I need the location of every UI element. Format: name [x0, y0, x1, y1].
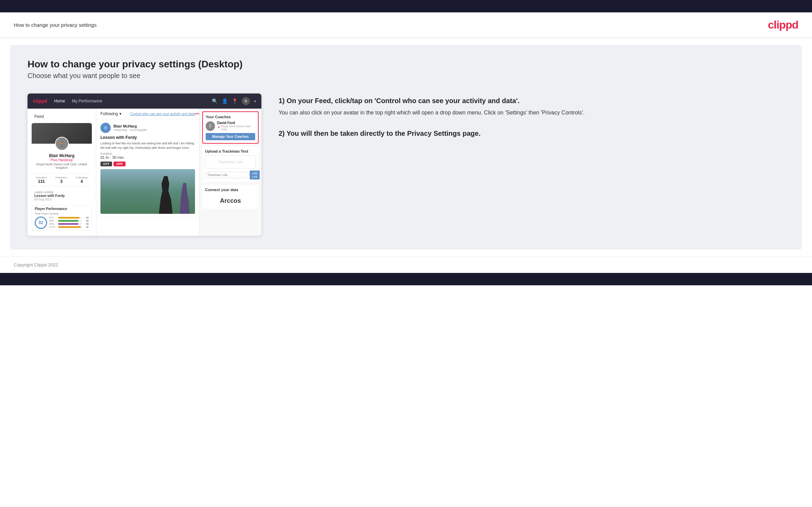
- page-footer: Copyright Clippd 2022: [0, 256, 812, 273]
- feed-header: Following ▾ Control who can see your act…: [96, 109, 199, 119]
- person-icon[interactable]: 👤: [222, 98, 228, 104]
- arrow-right-icon: [195, 110, 199, 117]
- golfer-silhouette: [157, 176, 174, 214]
- perf-score: 92: [35, 217, 47, 229]
- trackman-link-area: Trackman Link: [205, 155, 256, 168]
- app-screenshot: clippd Home My Performance 🔍 👤 📍 B ▾ Fee…: [28, 93, 261, 236]
- add-link-button[interactable]: Add Link: [250, 170, 260, 179]
- bar-app: APP 85: [49, 220, 89, 222]
- profile-info: Blair McHarg Plus Handicap Royal North D…: [32, 152, 92, 171]
- following-button[interactable]: Following ▾: [100, 111, 121, 116]
- player-performance: Player Performance Total Player Quality …: [32, 205, 92, 231]
- tag-app: APP: [113, 162, 126, 166]
- location-icon[interactable]: 📍: [232, 98, 238, 104]
- location-pin-icon: 📍: [217, 126, 220, 130]
- avatar-chevron-icon: ▾: [254, 99, 256, 103]
- step-1: 1) On your Feed, click/tap on 'Control w…: [279, 97, 784, 117]
- step-2: 2) You will then be taken directly to th…: [279, 130, 784, 137]
- feed-post: B Blair McHarg Yesterday · Sunningdale L…: [96, 119, 199, 218]
- search-icon[interactable]: 🔍: [212, 98, 218, 104]
- top-bar: [0, 0, 812, 12]
- nav-my-performance[interactable]: My Performance: [72, 99, 102, 103]
- avatar-button[interactable]: B: [242, 97, 250, 105]
- app-logo-nav: clippd: [33, 98, 47, 104]
- coaches-section: Your Coaches D David Ford 📍 Royal North …: [202, 111, 259, 144]
- copyright-text: Copyright Clippd 2022: [14, 262, 58, 267]
- post-image: [100, 169, 195, 214]
- bar-ott: OTT 90: [49, 217, 89, 219]
- latest-activity: Latest Activity Lesson with Fordy 03 Aug…: [32, 189, 92, 202]
- step1-extra: You can also click on your avatar in the…: [279, 108, 784, 117]
- instructions: 1) On your Feed, click/tap on 'Control w…: [275, 93, 784, 150]
- trackman-link-input[interactable]: [205, 172, 248, 178]
- profile-tag: Plus Handicap: [34, 158, 89, 162]
- trackman-input-row: Add Link: [205, 170, 256, 179]
- app-right-panel: Your Coaches D David Ford 📍 Royal North …: [199, 109, 261, 236]
- control-link-container: Control who can see your activity and da…: [130, 112, 195, 116]
- manage-coaches-button[interactable]: Manage Your Coaches: [206, 133, 255, 140]
- profile-name: Blair McHarg: [34, 153, 89, 158]
- page-header: How to change your privacy settings clip…: [0, 12, 812, 38]
- app-sidebar: Feed 🏌️ Blair McHarg Plus Handicap Royal…: [28, 109, 96, 236]
- coach-item: D David Ford 📍 Royal North Devon Golf Cl…: [206, 121, 255, 131]
- profile-club: Royal North Devon Golf Club, United King…: [34, 163, 89, 169]
- page-title: How to change your privacy settings (Des…: [28, 59, 784, 70]
- app-feed: Following ▾ Control who can see your act…: [96, 109, 199, 236]
- tag-row: OTT APP: [100, 162, 195, 166]
- chevron-down-icon: ▾: [119, 111, 121, 116]
- content-row: clippd Home My Performance 🔍 👤 📍 B ▾ Fee…: [28, 93, 784, 236]
- app-navbar: clippd Home My Performance 🔍 👤 📍 B ▾: [28, 93, 261, 109]
- golfer2-silhouette: [178, 183, 192, 214]
- trackman-section: Upload a Trackman Test Trackman Link Add…: [202, 146, 259, 182]
- profile-banner: 🏌️: [32, 123, 92, 144]
- clippd-logo: clippd: [768, 19, 798, 31]
- post-author: B Blair McHarg Yesterday · Sunningdale: [100, 123, 195, 133]
- bar-putt: PUTT 96: [49, 226, 89, 228]
- stat-following: Following 4: [76, 176, 88, 184]
- feed-tab[interactable]: Feed: [32, 113, 92, 120]
- perf-row: 92 OTT 90 APP 85: [35, 217, 89, 229]
- app-nav-right: 🔍 👤 📍 B ▾: [212, 97, 256, 105]
- profile-stats: Activities 131 Followers 3 Following 4: [32, 174, 92, 186]
- bar-arg: ARG 86: [49, 223, 89, 225]
- post-avatar: B: [100, 123, 111, 133]
- profile-section: 🏌️ Blair McHarg Plus Handicap Royal Nort…: [32, 123, 92, 186]
- arccos-logo: Arccos: [205, 194, 256, 206]
- connect-section: Connect your data Arccos: [202, 185, 259, 209]
- bottom-bar: [0, 273, 812, 285]
- page-header-title: How to change your privacy settings: [14, 22, 97, 28]
- nav-home[interactable]: Home: [54, 99, 65, 103]
- stat-activities: Activities 131: [36, 176, 47, 184]
- profile-avatar: 🏌️: [55, 137, 69, 151]
- coach-avatar: D: [206, 121, 215, 131]
- tag-ott: OTT: [100, 162, 112, 166]
- perf-bars: OTT 90 APP 85 ARG: [49, 217, 89, 229]
- page-subtitle: Choose what you want people to see: [28, 72, 784, 80]
- control-link[interactable]: Control who can see your activity and da…: [130, 112, 195, 116]
- main-content: How to change your privacy settings (Des…: [10, 45, 802, 250]
- stat-followers: Followers 3: [55, 176, 67, 184]
- app-body: Feed 🏌️ Blair McHarg Plus Handicap Royal…: [28, 109, 261, 236]
